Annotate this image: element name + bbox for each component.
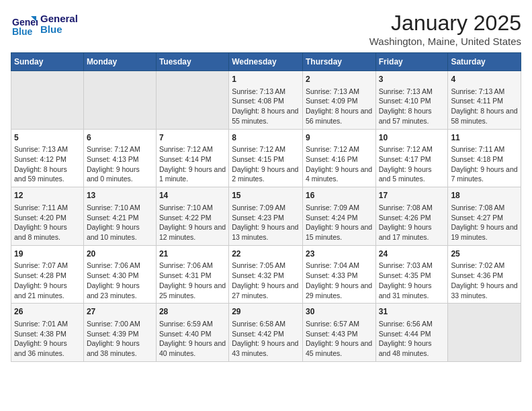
day-info: Sunrise: 6:58 AM Sunset: 4:42 PM Dayligh… bbox=[232, 319, 300, 359]
calendar-cell: 15Sunrise: 7:09 AM Sunset: 4:23 PM Dayli… bbox=[229, 187, 303, 246]
calendar-cell: 11Sunrise: 7:11 AM Sunset: 4:18 PM Dayli… bbox=[448, 129, 521, 187]
day-number: 2 bbox=[306, 74, 373, 85]
calendar-cell: 17Sunrise: 7:08 AM Sunset: 4:26 PM Dayli… bbox=[375, 187, 448, 246]
calendar-cell: 2Sunrise: 7:13 AM Sunset: 4:09 PM Daylig… bbox=[302, 71, 375, 130]
calendar-cell: 6Sunrise: 7:12 AM Sunset: 4:13 PM Daylig… bbox=[83, 129, 156, 187]
calendar-cell: 28Sunrise: 6:59 AM Sunset: 4:40 PM Dayli… bbox=[156, 304, 228, 362]
day-number: 24 bbox=[379, 248, 445, 260]
day-info: Sunrise: 7:12 AM Sunset: 4:16 PM Dayligh… bbox=[306, 144, 373, 184]
day-info: Sunrise: 7:13 AM Sunset: 4:10 PM Dayligh… bbox=[379, 87, 445, 126]
day-number: 30 bbox=[306, 306, 373, 318]
calendar-cell: 22Sunrise: 7:05 AM Sunset: 4:32 PM Dayli… bbox=[229, 245, 303, 304]
day-info: Sunrise: 7:11 AM Sunset: 4:20 PM Dayligh… bbox=[14, 203, 81, 242]
calendar-cell bbox=[156, 71, 228, 130]
svg-text:Blue: Blue bbox=[12, 26, 33, 37]
day-info: Sunrise: 7:13 AM Sunset: 4:09 PM Dayligh… bbox=[306, 87, 373, 126]
calendar-table: SundayMondayTuesdayWednesdayThursdayFrid… bbox=[11, 52, 521, 362]
calendar-cell: 19Sunrise: 7:07 AM Sunset: 4:28 PM Dayli… bbox=[11, 245, 84, 304]
day-number: 26 bbox=[14, 306, 81, 318]
title-block: January 2025 Washington, Maine, United S… bbox=[369, 11, 521, 47]
day-info: Sunrise: 7:04 AM Sunset: 4:33 PM Dayligh… bbox=[306, 261, 373, 300]
day-number: 12 bbox=[14, 190, 81, 201]
day-number: 1 bbox=[232, 74, 300, 85]
calendar-cell: 12Sunrise: 7:11 AM Sunset: 4:20 PM Dayli… bbox=[11, 187, 84, 246]
day-number: 27 bbox=[87, 306, 153, 318]
day-info: Sunrise: 7:03 AM Sunset: 4:35 PM Dayligh… bbox=[379, 261, 445, 300]
page-title: January 2025 bbox=[369, 11, 521, 36]
day-info: Sunrise: 7:08 AM Sunset: 4:27 PM Dayligh… bbox=[451, 203, 518, 242]
day-info: Sunrise: 7:12 AM Sunset: 4:17 PM Dayligh… bbox=[379, 144, 445, 184]
weekday-header-monday: Monday bbox=[83, 53, 156, 71]
day-info: Sunrise: 7:02 AM Sunset: 4:36 PM Dayligh… bbox=[451, 261, 518, 300]
calendar-cell: 8Sunrise: 7:12 AM Sunset: 4:15 PM Daylig… bbox=[229, 129, 303, 187]
day-info: Sunrise: 7:11 AM Sunset: 4:18 PM Dayligh… bbox=[451, 144, 518, 184]
day-number: 13 bbox=[87, 190, 153, 201]
day-number: 17 bbox=[379, 190, 445, 201]
day-info: Sunrise: 7:08 AM Sunset: 4:26 PM Dayligh… bbox=[379, 203, 445, 242]
weekday-header-sunday: Sunday bbox=[11, 53, 84, 71]
day-number: 29 bbox=[232, 306, 300, 318]
day-info: Sunrise: 6:59 AM Sunset: 4:40 PM Dayligh… bbox=[159, 319, 226, 359]
day-info: Sunrise: 7:12 AM Sunset: 4:13 PM Dayligh… bbox=[87, 144, 153, 184]
calendar-week-5: 26Sunrise: 7:01 AM Sunset: 4:38 PM Dayli… bbox=[11, 304, 521, 362]
calendar-cell: 18Sunrise: 7:08 AM Sunset: 4:27 PM Dayli… bbox=[448, 187, 521, 246]
calendar-week-3: 12Sunrise: 7:11 AM Sunset: 4:20 PM Dayli… bbox=[11, 187, 521, 246]
day-number: 8 bbox=[232, 132, 300, 144]
calendar-cell: 30Sunrise: 6:57 AM Sunset: 4:43 PM Dayli… bbox=[302, 304, 375, 362]
calendar-cell: 29Sunrise: 6:58 AM Sunset: 4:42 PM Dayli… bbox=[229, 304, 303, 362]
calendar-week-4: 19Sunrise: 7:07 AM Sunset: 4:28 PM Dayli… bbox=[11, 245, 521, 304]
day-number: 5 bbox=[14, 132, 81, 144]
day-number: 3 bbox=[379, 74, 445, 85]
calendar-cell: 3Sunrise: 7:13 AM Sunset: 4:10 PM Daylig… bbox=[375, 71, 448, 130]
day-number: 11 bbox=[451, 132, 518, 144]
calendar-cell: 21Sunrise: 7:06 AM Sunset: 4:31 PM Dayli… bbox=[156, 245, 228, 304]
day-number: 9 bbox=[306, 132, 373, 144]
day-number: 4 bbox=[451, 74, 518, 85]
day-number: 10 bbox=[379, 132, 445, 144]
calendar-cell: 10Sunrise: 7:12 AM Sunset: 4:17 PM Dayli… bbox=[375, 129, 448, 187]
day-number: 22 bbox=[232, 248, 300, 260]
day-number: 25 bbox=[451, 248, 518, 260]
calendar-cell: 1Sunrise: 7:13 AM Sunset: 4:08 PM Daylig… bbox=[229, 71, 303, 130]
day-number: 14 bbox=[159, 190, 226, 201]
weekday-header-thursday: Thursday bbox=[302, 53, 375, 71]
calendar-week-1: 1Sunrise: 7:13 AM Sunset: 4:08 PM Daylig… bbox=[11, 71, 521, 130]
day-info: Sunrise: 6:56 AM Sunset: 4:44 PM Dayligh… bbox=[379, 319, 445, 359]
day-number: 20 bbox=[87, 248, 153, 260]
day-number: 21 bbox=[159, 248, 226, 260]
calendar-cell bbox=[11, 71, 84, 130]
calendar-header-row: SundayMondayTuesdayWednesdayThursdayFrid… bbox=[11, 53, 521, 71]
day-number: 6 bbox=[87, 132, 153, 144]
calendar-cell: 4Sunrise: 7:13 AM Sunset: 4:11 PM Daylig… bbox=[448, 71, 521, 130]
calendar-cell: 13Sunrise: 7:10 AM Sunset: 4:21 PM Dayli… bbox=[83, 187, 156, 246]
day-info: Sunrise: 7:06 AM Sunset: 4:30 PM Dayligh… bbox=[87, 261, 153, 300]
calendar-cell: 25Sunrise: 7:02 AM Sunset: 4:36 PM Dayli… bbox=[448, 245, 521, 304]
calendar-cell: 23Sunrise: 7:04 AM Sunset: 4:33 PM Dayli… bbox=[302, 245, 375, 304]
day-info: Sunrise: 7:05 AM Sunset: 4:32 PM Dayligh… bbox=[232, 261, 300, 300]
calendar-cell: 20Sunrise: 7:06 AM Sunset: 4:30 PM Dayli… bbox=[83, 245, 156, 304]
page-header: General Blue General Blue January 2025 W… bbox=[11, 11, 521, 47]
day-info: Sunrise: 7:09 AM Sunset: 4:23 PM Dayligh… bbox=[232, 203, 300, 242]
day-number: 7 bbox=[159, 132, 226, 144]
day-info: Sunrise: 7:10 AM Sunset: 4:22 PM Dayligh… bbox=[159, 203, 226, 242]
calendar-cell: 27Sunrise: 7:00 AM Sunset: 4:39 PM Dayli… bbox=[83, 304, 156, 362]
day-number: 19 bbox=[14, 248, 81, 260]
day-info: Sunrise: 7:12 AM Sunset: 4:14 PM Dayligh… bbox=[159, 144, 226, 184]
day-info: Sunrise: 7:13 AM Sunset: 4:11 PM Dayligh… bbox=[451, 87, 518, 126]
calendar-cell: 5Sunrise: 7:13 AM Sunset: 4:12 PM Daylig… bbox=[11, 129, 84, 187]
day-info: Sunrise: 7:06 AM Sunset: 4:31 PM Dayligh… bbox=[159, 261, 226, 300]
logo-icon: General Blue bbox=[11, 11, 38, 38]
logo: General Blue General Blue bbox=[11, 11, 78, 38]
logo-line1: General bbox=[40, 13, 78, 25]
calendar-cell: 9Sunrise: 7:12 AM Sunset: 4:16 PM Daylig… bbox=[302, 129, 375, 187]
calendar-cell: 14Sunrise: 7:10 AM Sunset: 4:22 PM Dayli… bbox=[156, 187, 228, 246]
calendar-week-2: 5Sunrise: 7:13 AM Sunset: 4:12 PM Daylig… bbox=[11, 129, 521, 187]
day-info: Sunrise: 7:00 AM Sunset: 4:39 PM Dayligh… bbox=[87, 319, 153, 359]
day-info: Sunrise: 6:57 AM Sunset: 4:43 PM Dayligh… bbox=[306, 319, 373, 359]
day-number: 15 bbox=[232, 190, 300, 201]
day-info: Sunrise: 7:01 AM Sunset: 4:38 PM Dayligh… bbox=[14, 319, 81, 359]
day-info: Sunrise: 7:12 AM Sunset: 4:15 PM Dayligh… bbox=[232, 144, 300, 184]
weekday-header-friday: Friday bbox=[375, 53, 448, 71]
calendar-cell bbox=[83, 71, 156, 130]
day-info: Sunrise: 7:13 AM Sunset: 4:12 PM Dayligh… bbox=[14, 144, 81, 184]
